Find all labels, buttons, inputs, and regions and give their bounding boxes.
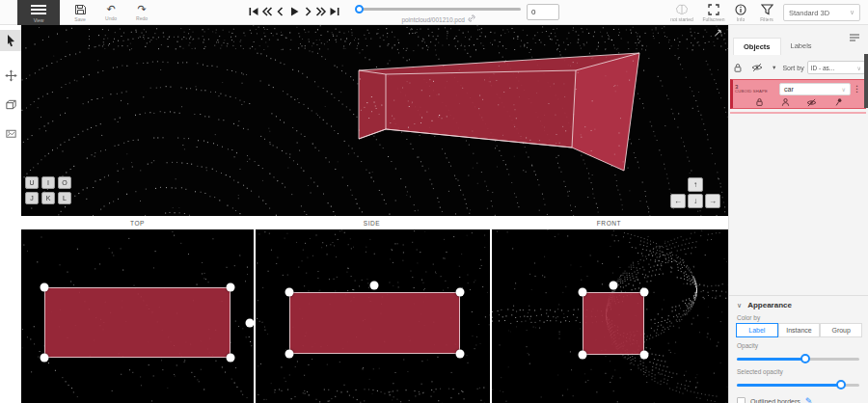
main-menu-button[interactable]: View — [17, 0, 60, 25]
frame-select-tool-button[interactable] — [0, 122, 21, 144]
panel-scrollbar[interactable] — [864, 54, 868, 108]
skip-to-start-button[interactable] — [247, 2, 259, 21]
cuboid-tool-button[interactable] — [0, 94, 21, 115]
hotkey-u[interactable]: U — [25, 176, 39, 189]
object-class-select[interactable]: car ∨ — [779, 83, 851, 95]
collapse-all-icon[interactable]: ▼ — [772, 65, 776, 70]
appearance-section: ∨ Appearance Color by Label Instance Gro… — [729, 295, 868, 403]
resize-handle[interactable] — [579, 288, 587, 297]
selected-opacity-slider[interactable] — [737, 381, 859, 390]
object-lock-button[interactable] — [755, 97, 764, 107]
side-view-panel[interactable] — [256, 229, 490, 403]
object-class-value: car — [784, 86, 794, 93]
resize-handle[interactable] — [640, 288, 649, 297]
object-pin-button[interactable] — [834, 97, 843, 107]
chevron-down-icon: ∨ — [857, 65, 861, 71]
chevron-down-icon: ∨ — [737, 302, 742, 309]
main-3d-viewport[interactable]: ↗ U I O J K L ↑ ← ↓ → — [21, 25, 728, 216]
tab-objects[interactable]: Objects — [733, 38, 781, 55]
hotkey-o[interactable]: O — [58, 176, 71, 189]
top-view-annotation-rect[interactable] — [44, 287, 231, 358]
resize-handle[interactable] — [640, 351, 649, 360]
object-author-button[interactable] — [781, 97, 790, 107]
filters-button[interactable]: Filters — [752, 1, 781, 24]
redo-button[interactable]: ↷ Redo — [127, 1, 156, 24]
resize-handle[interactable] — [456, 288, 465, 297]
resize-handle[interactable] — [41, 283, 49, 292]
move-tool-button[interactable] — [0, 65, 21, 86]
fast-backward-button[interactable] — [260, 2, 273, 21]
appearance-header[interactable]: ∨ Appearance — [729, 296, 868, 309]
outlined-borders-checkbox[interactable] — [737, 397, 746, 403]
pointcloud-annotation-app: View Save ↶ Undo ↷ Redo — [0, 0, 868, 403]
object-visibility-button[interactable] — [806, 98, 817, 107]
side-view-annotation-rect[interactable] — [289, 292, 460, 354]
camera-nav-arrows: ↑ ← ↓ → — [670, 175, 720, 208]
undo-button[interactable]: ↶ Undo — [96, 1, 125, 24]
rotate-handle[interactable] — [246, 319, 255, 328]
resize-handle[interactable] — [41, 354, 49, 363]
rotate-handle[interactable] — [610, 282, 618, 290]
ortho-view-labels: TOP SIDE FRONT — [21, 216, 728, 229]
color-by-group-option[interactable]: Group — [820, 323, 862, 337]
hotkey-k[interactable]: K — [41, 192, 55, 204]
timeline-knob[interactable] — [355, 5, 364, 13]
resize-handle[interactable] — [227, 283, 235, 292]
hide-all-button[interactable] — [751, 63, 763, 72]
save-button[interactable]: Save — [66, 1, 95, 24]
front-view-annotation-rect[interactable] — [583, 292, 644, 355]
cuboid-annotation-3d[interactable] — [21, 25, 728, 216]
front-view-panel[interactable] — [492, 229, 728, 403]
resize-handle[interactable] — [227, 354, 235, 363]
color-by-instance-option[interactable]: Instance — [778, 323, 821, 337]
lock-all-button[interactable] — [733, 63, 743, 73]
hotkey-j[interactable]: J — [25, 192, 39, 204]
object-row-selected[interactable]: 3 CUBOID SHAPE car ∨ ⋮ — [730, 79, 866, 109]
link-icon[interactable] — [467, 13, 476, 23]
resize-handle[interactable] — [285, 350, 294, 359]
nav-up-button[interactable]: ↑ — [688, 177, 703, 192]
opacity-label: Opacity — [737, 342, 868, 349]
resize-handle[interactable] — [456, 350, 465, 359]
top-view-panel[interactable] — [21, 229, 254, 403]
sort-select[interactable]: ID - as... ∨ — [807, 61, 865, 74]
color-by-label-option[interactable]: Label — [736, 323, 778, 337]
playback-controls — [247, 2, 340, 21]
play-icon — [288, 6, 300, 17]
frame-number-input[interactable] — [527, 4, 559, 20]
pin-icon — [834, 97, 843, 107]
skip-to-end-button[interactable] — [328, 2, 340, 21]
ai-status-button[interactable]: not started — [665, 1, 698, 24]
opacity-slider[interactable] — [737, 355, 859, 363]
next-frame-button[interactable] — [301, 2, 313, 21]
select-tool-button[interactable] — [0, 30, 21, 51]
hotkey-i[interactable]: I — [41, 176, 55, 189]
pencil-icon[interactable]: ✎ — [805, 396, 813, 403]
timeline-track[interactable] — [359, 8, 521, 11]
ortho-views — [21, 229, 728, 403]
slider-knob[interactable] — [800, 354, 810, 363]
resize-handle[interactable] — [579, 351, 587, 360]
tab-labels[interactable]: Labels — [781, 38, 822, 55]
object-menu-button[interactable]: ⋮ — [851, 84, 863, 94]
nav-right-button[interactable]: → — [705, 194, 720, 208]
person-icon — [781, 97, 790, 107]
layout-mode-select[interactable]: Standard 3D ∨ — [783, 4, 860, 21]
save-icon — [74, 4, 87, 15]
hotkey-l[interactable]: L — [58, 192, 71, 204]
previous-frame-button[interactable] — [274, 2, 286, 21]
nav-left-button[interactable]: ← — [670, 194, 686, 208]
rotate-handle[interactable] — [370, 282, 379, 290]
play-button[interactable] — [287, 2, 300, 21]
info-button[interactable]: Info — [727, 1, 754, 24]
fast-forward-button[interactable] — [314, 2, 327, 21]
fullscreen-button[interactable]: Fullscreen — [698, 1, 729, 24]
panel-tabs: Objects Labels — [733, 38, 822, 55]
resize-handle[interactable] — [285, 288, 294, 297]
nav-down-button[interactable]: ↓ — [688, 194, 703, 208]
expand-view-icon[interactable]: ↗ — [715, 27, 722, 38]
slider-knob[interactable] — [836, 380, 846, 390]
outlined-borders-row: Outlined borders ✎ — [737, 396, 868, 403]
panel-toggle-button[interactable] — [849, 29, 860, 46]
fast-backward-icon — [261, 6, 273, 17]
